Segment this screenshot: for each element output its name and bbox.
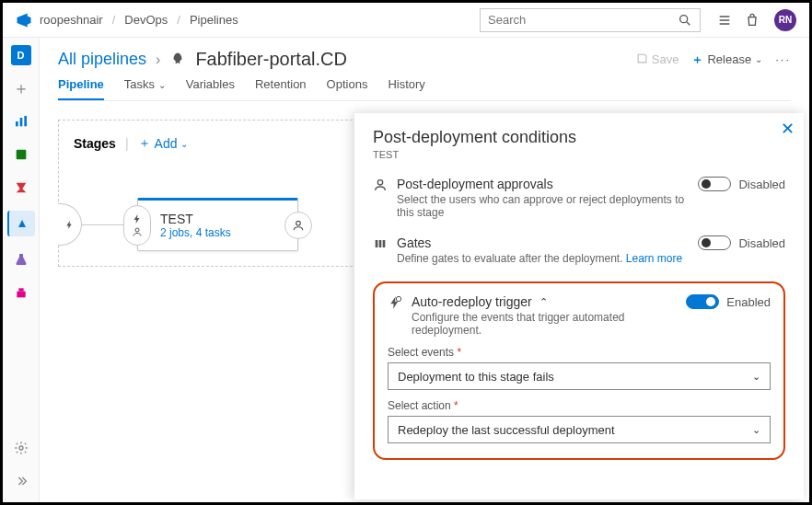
- chevron-up-icon[interactable]: ⌃: [539, 296, 548, 308]
- chevron-down-icon: ⌄: [755, 54, 762, 64]
- stage-card[interactable]: TEST 2 jobs, 4 tasks: [137, 198, 298, 251]
- events-label: Select events *: [388, 346, 771, 359]
- tab-bar: Pipeline Tasks ⌄ Variables Retention Opt…: [58, 77, 791, 101]
- plus-icon: ＋: [691, 52, 703, 68]
- svg-rect-13: [379, 240, 382, 247]
- approvals-desc: Select the users who can approve or reje…: [397, 193, 689, 219]
- gates-section: Gates Define gates to evaluate after the…: [373, 235, 785, 265]
- breadcrumb-separator: /: [112, 13, 116, 27]
- person-icon: [292, 219, 305, 232]
- pipelines-icon-active[interactable]: [7, 211, 35, 236]
- search-icon[interactable]: [678, 13, 692, 28]
- breadcrumb-project[interactable]: DevOps: [124, 13, 168, 27]
- save-button[interactable]: Save: [636, 52, 679, 66]
- avatar-initials: RN: [779, 15, 792, 25]
- action-label: Select action *: [388, 399, 771, 412]
- close-button[interactable]: ✕: [781, 119, 795, 139]
- breadcrumb-section[interactable]: Pipelines: [190, 13, 238, 27]
- tab-tasks-label: Tasks: [124, 77, 155, 91]
- stages-header: Stages | ＋ Add ⌄: [74, 135, 351, 152]
- breadcrumb-separator: /: [177, 13, 180, 27]
- gates-toggle[interactable]: [698, 235, 731, 250]
- svg-point-9: [135, 228, 139, 232]
- artifacts-icon[interactable]: [11, 282, 31, 303]
- gates-desc: Define gates to evaluate after the deplo…: [397, 252, 623, 265]
- save-icon: [636, 52, 648, 64]
- repos-icon[interactable]: [11, 144, 31, 165]
- svg-rect-3: [19, 118, 22, 126]
- flask-icon[interactable]: [11, 249, 31, 270]
- boards-icon[interactable]: [11, 111, 31, 132]
- tab-pipeline[interactable]: Pipeline: [58, 77, 104, 100]
- stage-row: TEST 2 jobs, 4 tasks: [74, 198, 351, 251]
- collapse-icon[interactable]: [11, 471, 31, 491]
- lightning-icon: [132, 213, 143, 224]
- svg-rect-4: [24, 116, 27, 126]
- approvals-toggle[interactable]: [698, 177, 731, 191]
- approvals-state: Disabled: [738, 178, 785, 191]
- azure-devops-logo-icon: [16, 12, 32, 29]
- events-select[interactable]: Deployment to this stage fails ⌄: [388, 362, 771, 390]
- more-actions-button[interactable]: ···: [775, 52, 791, 66]
- svg-rect-7: [18, 288, 23, 291]
- add-label: Add: [155, 136, 178, 151]
- gates-state: Disabled: [738, 236, 785, 250]
- svg-rect-2: [16, 121, 18, 126]
- action-select[interactable]: Redeploy the last successful deployment …: [388, 416, 771, 443]
- approvals-title: Post-deployment approvals: [397, 177, 553, 191]
- list-icon[interactable]: [717, 13, 732, 28]
- search-input[interactable]: [480, 8, 701, 32]
- panel-stage-name: TEST: [373, 149, 785, 160]
- topbar: roopeshnair / DevOps / Pipelines RN: [3, 3, 809, 38]
- release-label: Release: [707, 52, 751, 66]
- tab-retention[interactable]: Retention: [255, 77, 307, 100]
- post-conditions-bubble[interactable]: [284, 212, 312, 239]
- stages-label: Stages: [74, 136, 116, 151]
- test-icon[interactable]: [11, 178, 31, 198]
- stage-title: TEST: [160, 212, 231, 226]
- person-icon: [373, 178, 388, 192]
- svg-point-15: [396, 296, 400, 301]
- auto-redeploy-highlight: Auto-redeploy trigger ⌃ Configure the ev…: [373, 281, 785, 460]
- project-icon[interactable]: D: [11, 45, 31, 65]
- svg-rect-6: [17, 292, 25, 298]
- lightning-icon: [64, 220, 75, 230]
- add-stage-button[interactable]: ＋ Add ⌄: [138, 135, 189, 152]
- avatar[interactable]: RN: [774, 9, 796, 31]
- left-nav-rail: D ＋: [3, 38, 40, 502]
- tab-options[interactable]: Options: [327, 77, 368, 100]
- page-header: All pipelines › Fabfiber-portal.CD Save …: [58, 49, 791, 70]
- rocket-icon: [169, 52, 186, 68]
- svg-rect-14: [383, 240, 386, 247]
- chevron-down-icon: ⌄: [180, 139, 188, 149]
- tab-tasks[interactable]: Tasks ⌄: [124, 77, 166, 100]
- learn-more-link[interactable]: Learn more: [626, 252, 682, 265]
- release-button[interactable]: ＋ Release ⌄: [691, 52, 762, 68]
- auto-toggle[interactable]: [686, 294, 719, 309]
- tab-history[interactable]: History: [388, 77, 424, 100]
- breadcrumb-org[interactable]: roopeshnair: [40, 13, 103, 27]
- chevron-down-icon: ⌄: [752, 424, 760, 436]
- settings-gear-icon[interactable]: [11, 438, 31, 458]
- search-field[interactable]: [488, 13, 678, 27]
- svg-rect-5: [16, 150, 26, 160]
- auto-redeploy-section: Auto-redeploy trigger ⌃ Configure the ev…: [388, 294, 771, 337]
- save-label: Save: [652, 52, 679, 66]
- tab-variables[interactable]: Variables: [186, 77, 235, 100]
- pre-deployment-bubble[interactable]: [58, 203, 82, 246]
- svg-point-8: [19, 446, 23, 450]
- chevron-right-icon: ›: [156, 52, 160, 68]
- svg-point-11: [377, 180, 382, 185]
- pipeline-name: Fabfiber-portal.CD: [195, 49, 347, 70]
- action-value: Redeploy the last successful deployment: [398, 423, 615, 437]
- shopping-bag-icon[interactable]: [745, 13, 760, 28]
- auto-state: Enabled: [726, 295, 771, 309]
- stage-content: TEST 2 jobs, 4 tasks: [160, 212, 231, 239]
- events-value: Deployment to this stage fails: [398, 370, 554, 384]
- add-icon[interactable]: ＋: [11, 78, 31, 98]
- gate-icon: [373, 236, 388, 251]
- gates-title: Gates: [397, 235, 431, 250]
- all-pipelines-link[interactable]: All pipelines: [58, 50, 146, 69]
- stage-sub-link[interactable]: 2 jobs, 4 tasks: [160, 226, 231, 239]
- pre-conditions-bubble[interactable]: [123, 205, 151, 246]
